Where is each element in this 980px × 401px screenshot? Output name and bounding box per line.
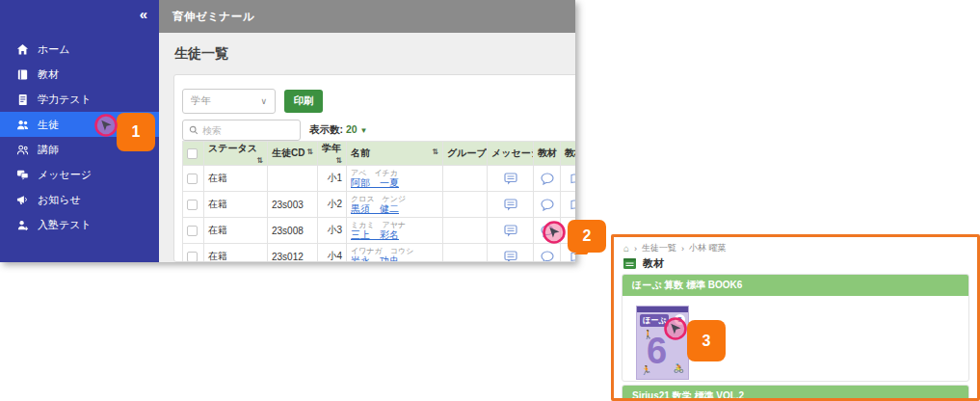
page-title: 生徒一覧 — [174, 45, 228, 63]
open-book-icon[interactable] — [570, 173, 575, 185]
sort-icon[interactable]: ⇅ — [335, 156, 342, 165]
student-name-link[interactable]: 三上 彩名 — [351, 229, 438, 241]
header-select-all[interactable] — [183, 142, 204, 166]
materials-section-title: 教材 — [643, 256, 664, 271]
name-cell: クロス ケンジ黒須 健二 — [347, 192, 443, 218]
message-cell[interactable] — [488, 244, 534, 263]
material-title-banner: Sirius21 数学 標準 VOL.2 — [622, 386, 968, 401]
header-group: グループ — [443, 142, 488, 166]
sort-icon[interactable]: ⇅ — [432, 147, 438, 156]
student-name-link[interactable]: 岩永 功史 — [351, 255, 438, 262]
group-cell — [443, 244, 488, 263]
material-chat-cell[interactable] — [534, 192, 561, 218]
sidebar-item-home[interactable]: ホーム — [0, 37, 159, 62]
display-count-label: 表示数: — [309, 123, 343, 135]
student-cd-cell — [268, 166, 318, 192]
megaphone-icon — [15, 193, 29, 206]
message-lines-icon[interactable] — [504, 225, 517, 237]
header-material2: 教材 — [561, 142, 576, 166]
sort-icon[interactable]: ⇅ — [256, 156, 263, 165]
step3-cursor-icon — [663, 316, 688, 341]
header-status[interactable]: ステータス⇅ — [204, 142, 268, 166]
cover-illustration: 🚴 — [674, 363, 684, 373]
message-icon — [15, 168, 29, 181]
row-select[interactable] — [183, 166, 204, 192]
status-cell: 在籍 — [204, 192, 268, 218]
sidebar-item-messages[interactable]: メッセージ — [0, 162, 159, 187]
breadcrumb-student-name: 小林 曜菜 — [689, 242, 727, 254]
sidebar-item-ability-test[interactable]: 学力テスト — [0, 87, 159, 112]
checkbox[interactable] — [187, 226, 198, 236]
chevron-down-icon: ∨ — [260, 96, 267, 106]
material-chat-cell[interactable] — [534, 244, 561, 263]
grade-cell: 小3 — [318, 218, 347, 244]
sidebar-item-entrance-test[interactable]: 入塾テスト — [0, 212, 159, 237]
row-select[interactable] — [183, 192, 204, 218]
breadcrumb-student-list[interactable]: 生徒一覧 — [642, 242, 676, 254]
chat-bubble-icon[interactable] — [541, 251, 554, 263]
grade-cell: 小1 — [318, 166, 347, 192]
material-book-cell[interactable] — [561, 192, 576, 218]
sidebar-item-label: 生徒 — [38, 118, 59, 132]
message-lines-icon[interactable] — [504, 173, 517, 185]
message-lines-icon[interactable] — [504, 251, 517, 263]
breadcrumb-separator: › — [634, 244, 637, 254]
chat-bubble-icon[interactable] — [541, 173, 554, 185]
display-count-value: 20 — [346, 123, 358, 135]
sidebar-item-label: ホーム — [38, 42, 70, 57]
name-cell: アベ イチカ阿部 一夏 — [347, 166, 443, 192]
sidebar-collapse-button[interactable]: « — [140, 6, 147, 22]
status-cell: 在籍 — [204, 244, 268, 263]
sidebar-item-materials[interactable]: 教材 — [0, 62, 159, 87]
open-book-icon[interactable] — [570, 199, 575, 211]
dropdown-arrow-icon: ▼ — [360, 126, 368, 135]
cover-illustration: 🏃 — [641, 365, 651, 375]
row-select[interactable] — [183, 218, 204, 244]
student-name-link[interactable]: 阿部 一夏 — [351, 177, 438, 189]
grade-filter-select[interactable]: 学年 ∨ — [182, 89, 276, 114]
student-cd-cell: 23s012 — [268, 244, 318, 263]
green-book-icon — [622, 257, 637, 270]
name-cell: ミカミ アヤナ三上 彩名 — [347, 218, 443, 244]
student-table: ステータス⇅ 生徒CD⇅ 学年⇅ 名前⇅ グループ メッセージ 教材 教材 在籍 — [182, 141, 575, 262]
material-book-cell[interactable] — [561, 166, 576, 192]
sort-icon[interactable]: ⇅ — [306, 147, 313, 156]
checkbox[interactable] — [187, 252, 198, 262]
table-row: 在籍 小1 アベ イチカ阿部 一夏 — [183, 166, 576, 192]
checkbox[interactable] — [187, 148, 198, 159]
students-icon — [15, 118, 29, 131]
row-select[interactable] — [183, 244, 204, 263]
search-input[interactable] — [202, 125, 289, 136]
search-box[interactable] — [182, 120, 301, 141]
message-lines-icon[interactable] — [504, 199, 517, 211]
checkbox[interactable] — [187, 174, 198, 184]
header-name[interactable]: 名前⇅ — [347, 142, 443, 166]
display-count[interactable]: 表示数:20 ▼ — [309, 123, 368, 137]
chat-bubble-icon[interactable] — [541, 199, 554, 211]
header-grade[interactable]: 学年⇅ — [318, 142, 347, 166]
header-material: 教材 — [534, 142, 561, 166]
print-button[interactable]: 印刷 — [284, 90, 323, 113]
teachers-icon — [15, 143, 29, 156]
step1-cursor-icon — [93, 113, 119, 138]
checkbox[interactable] — [187, 200, 198, 210]
cover-top-stripe — [637, 307, 688, 312]
message-cell[interactable] — [488, 166, 534, 192]
screenshot-canvas: « ホーム 教材 学 — [0, 0, 980, 401]
sidebar-item-label: 学力テスト — [38, 93, 92, 107]
message-cell[interactable] — [488, 192, 534, 218]
material-chat-cell[interactable] — [534, 166, 561, 192]
home-icon[interactable]: ⌂ — [623, 243, 629, 254]
status-cell: 在籍 — [204, 166, 268, 192]
status-cell: 在籍 — [204, 218, 268, 244]
step2-cursor-icon — [542, 220, 567, 245]
message-cell[interactable] — [488, 218, 534, 244]
group-cell — [443, 192, 488, 218]
table-row: 在籍 23s012 小4 イワナガ コウシ岩永 功史 — [183, 244, 576, 263]
student-name-link[interactable]: 黒須 健二 — [351, 203, 438, 215]
book-icon — [15, 67, 29, 81]
sidebar-item-label: お知らせ — [38, 193, 81, 207]
step2-badge: 2 — [568, 220, 606, 253]
header-student-cd[interactable]: 生徒CD⇅ — [268, 142, 318, 166]
sidebar-item-announcements[interactable]: お知らせ — [0, 187, 159, 212]
